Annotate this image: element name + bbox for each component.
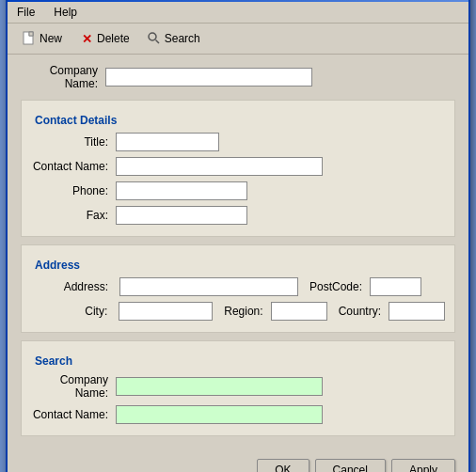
phone-label: Phone:	[31, 184, 116, 197]
address-input[interactable]	[119, 277, 298, 296]
footer: OK Cancel Apply	[8, 453, 468, 472]
fax-row: Fax:	[31, 206, 445, 225]
menu-file[interactable]: File	[13, 4, 39, 21]
toolbar: New ✕ Delete Search	[8, 24, 468, 55]
search-icon	[147, 31, 162, 46]
title-row: Title:	[31, 133, 445, 151]
contact-name-input[interactable]	[116, 157, 323, 176]
fax-input[interactable]	[116, 206, 247, 225]
contact-details-section: Contact Details Title: Contact Name: Pho…	[21, 100, 455, 237]
title-label: Title:	[31, 135, 116, 149]
delete-icon: ✕	[79, 31, 94, 46]
search-section: Search Company Name: Contact Name:	[21, 340, 455, 436]
search-company-row: Company Name:	[31, 373, 445, 400]
phone-input[interactable]	[116, 181, 247, 200]
menu-help[interactable]: Help	[50, 4, 81, 21]
city-row: City: Region: Country:	[31, 302, 445, 321]
new-button[interactable]: New	[15, 27, 69, 50]
address-label: Address:	[31, 280, 116, 293]
company-name-label: Company Name:	[21, 64, 105, 90]
search-button[interactable]: Search	[140, 27, 207, 50]
country-label: Country:	[339, 305, 381, 318]
title-input[interactable]	[116, 133, 219, 151]
delete-label: Delete	[97, 32, 130, 45]
company-name-input[interactable]	[105, 68, 312, 87]
search-contact-label: Contact Name:	[31, 408, 116, 421]
postcode-label: PostCode:	[309, 280, 362, 293]
country-input[interactable]	[389, 302, 445, 321]
ok-button[interactable]: OK	[257, 459, 309, 472]
new-icon	[22, 31, 37, 46]
address-row: Address: PostCode:	[31, 277, 445, 296]
city-input[interactable]	[119, 302, 213, 321]
menu-bar: File Help	[8, 2, 468, 24]
company-name-row: Company Name:	[21, 64, 455, 90]
svg-line-4	[155, 40, 159, 44]
apply-button[interactable]: Apply	[391, 459, 455, 472]
search-contact-input[interactable]	[116, 405, 323, 424]
address-header: Address	[31, 259, 445, 272]
address-section: Address Address: PostCode: City: Region:…	[21, 244, 455, 333]
region-label: Region:	[224, 305, 262, 318]
search-section-header: Search	[31, 354, 445, 368]
search-label: Search	[165, 32, 200, 45]
new-label: New	[40, 32, 62, 45]
svg-point-3	[149, 33, 156, 40]
search-contact-row: Contact Name:	[31, 405, 445, 424]
contact-details-header: Contact Details	[31, 114, 445, 127]
svg-marker-2	[29, 32, 33, 36]
contact-name-label: Contact Name:	[31, 160, 116, 173]
search-company-label: Company Name:	[31, 373, 116, 400]
postcode-input[interactable]	[370, 277, 421, 296]
phone-row: Phone:	[31, 181, 445, 200]
cancel-button[interactable]: Cancel	[315, 459, 386, 472]
contact-name-row: Contact Name:	[31, 157, 445, 176]
main-window: 🔍 Bad Search _ □ ✕ File Help New	[6, 0, 470, 472]
delete-button[interactable]: ✕ Delete	[72, 27, 136, 50]
search-company-input[interactable]	[116, 377, 323, 396]
form-content: Company Name: Contact Details Title: Con…	[8, 55, 468, 453]
region-input[interactable]	[271, 302, 327, 321]
fax-label: Fax:	[31, 209, 116, 222]
city-label: City:	[31, 305, 115, 318]
